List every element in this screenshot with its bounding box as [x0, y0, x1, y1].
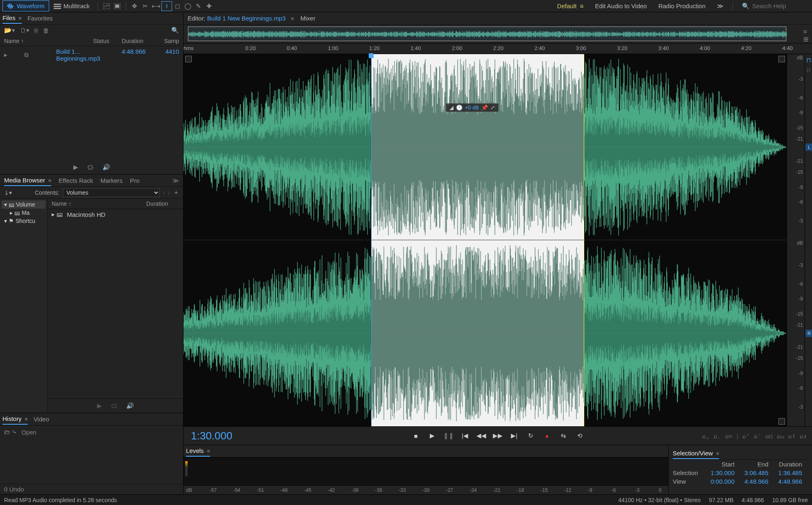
sel-start[interactable]: 1:30.000 [707, 469, 741, 476]
tree-item-mac[interactable]: ▸ 🖴 Ma [2, 209, 45, 217]
zoom-selection-icon[interactable]: ⌕▭ [777, 432, 784, 439]
rewind-button[interactable]: ◀◀ [476, 430, 487, 441]
zoom-out-amp-icon[interactable]: ⌕₋ [714, 432, 721, 439]
mb-save-icon[interactable]: ⤓▾ [4, 189, 12, 196]
play-button[interactable]: ▶ [427, 430, 438, 441]
panel-overflow-icon[interactable]: ≫ [172, 177, 179, 184]
record-button[interactable]: ● [542, 430, 552, 441]
mode-waveform-button[interactable]: Waveform [2, 0, 49, 11]
tree-item-volumes[interactable]: ▾ 🖴 Volume [2, 200, 45, 209]
ov-menu-icon[interactable]: ≡ [803, 28, 809, 35]
heal-tool[interactable]: ✚ [204, 1, 215, 11]
time-select-tool[interactable]: I [161, 1, 172, 11]
timeline-ruler[interactable]: hms 0:200:401:001:201:402:002:202:403:00… [184, 43, 812, 54]
zoom-out-point-icon[interactable]: ⌕↥ [800, 432, 807, 439]
contents-select[interactable]: Volumes [63, 188, 160, 197]
workspace-default[interactable]: Default ≡ [551, 1, 590, 11]
tab-markers[interactable]: Markers [100, 175, 122, 186]
mb-add-icon[interactable]: ＋ [173, 189, 179, 196]
ov-grid-icon[interactable]: ⊞ [803, 36, 809, 43]
zoom-full-icon[interactable]: ⌕◻ [765, 432, 773, 439]
tab-properties[interactable]: Pro [130, 175, 139, 186]
tab-levels[interactable]: Levels ≡ [186, 446, 210, 457]
mode-multitrack-button[interactable]: Multitrack [49, 0, 94, 11]
zoom-reset-amp-icon[interactable]: ⌕⟳ [725, 432, 733, 439]
mb-tree[interactable]: ▾ 🖴 Volume ▸ 🖴 Ma ▾ ⚑ Shortcu [0, 199, 48, 413]
mb-loop-icon[interactable]: ⮔ [111, 402, 117, 409]
playhead[interactable] [371, 54, 372, 426]
pause-button[interactable]: ❚❚ [443, 430, 454, 441]
view-dur[interactable]: 4:48.966 [774, 478, 808, 485]
workspace-edit-audio-to-video[interactable]: Edit Audio to Video [589, 1, 653, 11]
mb-auto-icon[interactable]: 🔊 [126, 402, 134, 409]
preview-play-icon[interactable]: ▶ [73, 164, 78, 171]
workspace-more[interactable]: ≫ [711, 1, 729, 11]
search-help[interactable]: 🔍 [742, 2, 810, 10]
marquee-tool[interactable]: ◻ [172, 1, 183, 11]
filter-icon[interactable]: 🔍 [171, 27, 179, 34]
expand-icon[interactable]: ⤢ [490, 105, 495, 111]
tab-favorites[interactable]: Favorites [27, 13, 53, 23]
tab-effects-rack[interactable]: Effects Rack [59, 175, 93, 186]
waveform-editor[interactable]: ◢ 🕑 +0 dB 📌 ⤢ dB dB -3-3-6-6-9-9-15-15-2… [184, 54, 812, 426]
go-to-start-button[interactable]: |◀ [460, 430, 470, 441]
move-tool[interactable]: ✥ [129, 1, 140, 11]
spectral-freq-button[interactable] [101, 1, 112, 11]
mb-play-icon[interactable]: ▶ [97, 402, 102, 409]
channel-toggle-R-right[interactable] [778, 418, 785, 425]
sel-end[interactable]: 3:06.485 [740, 469, 774, 476]
tree-item-shortcuts[interactable]: ▾ ⚑ Shortcu [2, 217, 45, 225]
search-help-input[interactable] [752, 2, 810, 9]
overview-waveform[interactable] [188, 26, 787, 41]
slip-tool[interactable]: ⟷ [151, 1, 161, 11]
loop-button[interactable]: ↻ [525, 430, 536, 441]
view-start[interactable]: 0:00.000 [707, 478, 741, 485]
tab-history[interactable]: History ≡ [2, 414, 28, 425]
mb-fwd-icon[interactable]: › [168, 189, 170, 196]
tab-video[interactable]: Video [34, 414, 49, 424]
tab-media-browser[interactable]: Media Browser ≡ [4, 175, 51, 186]
razor-tool[interactable]: ✂ [140, 1, 151, 11]
channel-toggle-L-left[interactable] [185, 56, 192, 62]
zoom-in-amp-icon[interactable]: ⌕₊ [702, 432, 710, 439]
mb-back-icon[interactable]: ‹ [163, 189, 165, 196]
close-file-icon[interactable]: 🗑 [43, 27, 49, 34]
timecode-display[interactable]: 1:30.000 [184, 430, 240, 442]
insert-icon[interactable]: ⎘ [34, 27, 38, 34]
channel-toggle-L-right[interactable] [778, 56, 785, 62]
zoom-in-point-icon[interactable]: ⌕↧ [788, 432, 796, 439]
tab-selection-view[interactable]: Selection/View ≡ [673, 448, 719, 459]
fast-forward-button[interactable]: ▶▶ [492, 430, 503, 441]
linked-clip-icon[interactable]: ⎍ [805, 66, 812, 73]
zoom-out-time-icon[interactable]: ⌕⁻ [754, 432, 761, 439]
preview-loop-icon[interactable]: ⮔ [87, 164, 93, 171]
levels-meter[interactable] [184, 457, 668, 486]
volume-hud[interactable]: ◢ 🕑 +0 dB 📌 ⤢ [446, 103, 499, 112]
tab-editor[interactable]: Editor: Build 1 New Beginnings.mp3 ≡ [188, 15, 294, 22]
zoom-in-time-icon[interactable]: ⌕⁺ [742, 432, 750, 439]
spectral-pitch-button[interactable] [112, 1, 122, 11]
mb-columns[interactable]: Name ↑Duration [48, 199, 183, 209]
preview-autoplay-icon[interactable]: 🔊 [102, 164, 110, 171]
file-row[interactable]: ▸ ⧉ Build 1... Beginnings.mp3 4:48.966 4… [0, 46, 183, 64]
pin-icon[interactable]: 📌 [481, 105, 488, 111]
brush-tool[interactable]: ✎ [193, 1, 204, 11]
overview-viewport[interactable] [188, 27, 786, 41]
go-to-end-button[interactable]: ▶| [509, 430, 519, 441]
tab-mixer[interactable]: Mixer [300, 15, 315, 22]
view-end[interactable]: 4:48.966 [740, 478, 774, 485]
amplitude-scale[interactable]: dB dB -3-3-6-6-9-9-15-15-21-21-21-21-15-… [787, 54, 805, 426]
open-file-icon[interactable]: 📂▾ [4, 27, 15, 34]
skip-selection-button[interactable]: ⇆ [558, 430, 569, 441]
snap-icon[interactable]: ⊓ [805, 57, 812, 64]
workspace-radio-production[interactable]: Radio Production [653, 1, 711, 11]
mb-row[interactable]: ▸ 🖴 Macintosh HD [48, 209, 183, 220]
sel-dur[interactable]: 1:36.485 [774, 469, 808, 476]
punch-button[interactable]: ⟲ [574, 430, 585, 441]
tab-files[interactable]: Files ≡ [2, 13, 22, 24]
files-columns[interactable]: Name ↑StatusDurationSamp [0, 36, 183, 46]
stop-button[interactable]: ■ [411, 430, 421, 441]
fade-icon[interactable]: ◢ [449, 105, 454, 111]
lasso-tool[interactable]: ◯ [183, 1, 193, 11]
new-file-icon[interactable]: 🗋▾ [20, 27, 29, 34]
